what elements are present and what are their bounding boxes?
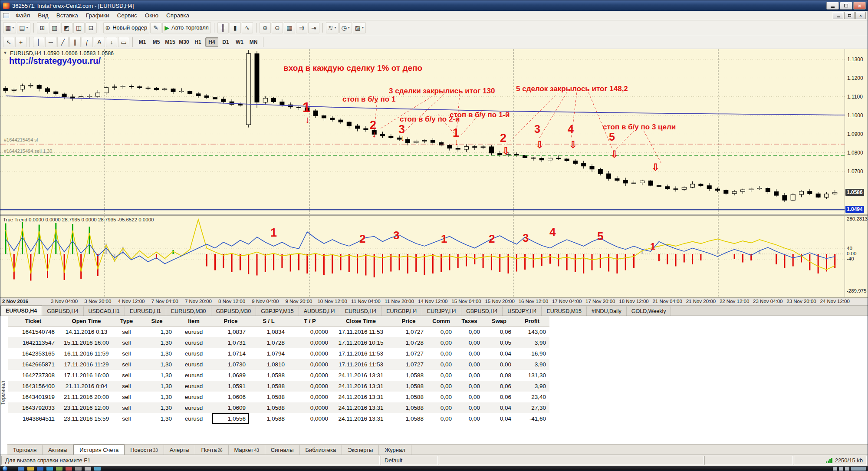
history-column-header[interactable]: Ticket xyxy=(8,316,58,326)
taskbar-app-icon[interactable] xyxy=(46,467,53,471)
history-row[interactable]: 164273730817.11.2016 16:00sell1,30eurusd… xyxy=(8,370,549,381)
indicator-pane[interactable]: True Trend 0.0000 0.0000 28.7935 0.0000 … xyxy=(0,216,868,297)
timeframe-M30[interactable]: M30 xyxy=(178,37,191,47)
taskbar-app-icon[interactable] xyxy=(27,467,34,471)
terminal-tab-Торговля[interactable]: Торговля xyxy=(7,445,43,455)
chart-tab-EURUSD-H1[interactable]: EURUSD,H1 xyxy=(125,306,166,316)
cursor-tool[interactable]: ↖ xyxy=(3,37,14,47)
candles-mode-button[interactable]: ▮ xyxy=(230,22,241,33)
timeframe-W1[interactable]: W1 xyxy=(233,37,246,47)
terminal-button[interactable]: ◫ xyxy=(73,22,85,33)
history-column-header[interactable]: Close Time xyxy=(332,316,390,326)
history-row[interactable]: 164386451123.11.2016 15:59sell1,30eurusd… xyxy=(8,413,549,424)
timeframe-H1[interactable]: H1 xyxy=(191,37,204,47)
strategy-tester-button[interactable]: ⊟ xyxy=(85,22,97,33)
taskbar-app-icon[interactable] xyxy=(85,467,91,471)
history-column-header[interactable]: Comm xyxy=(427,316,455,326)
history-column-header[interactable]: Swap xyxy=(483,316,515,326)
chart-tab-EURUSD-M30[interactable]: EURUSD,M30 xyxy=(166,306,211,316)
chart-tab-EURJPY-H4[interactable]: EURJPY,H4 xyxy=(422,306,461,316)
history-row[interactable]: 164154074614.11.2016 0:13sell1,30eurusd1… xyxy=(8,326,549,337)
terminal-tab-Новости[interactable]: Новости33 xyxy=(125,445,164,455)
taskbar-app-icon[interactable] xyxy=(18,467,24,471)
zoom-out-button[interactable]: ⊖ xyxy=(272,22,283,33)
chart-tab-GBPUSD-H4[interactable]: GBPUSD,H4 xyxy=(42,306,83,316)
taskbar-app-icon[interactable] xyxy=(66,467,72,471)
chart-tab-EURUSD-H4[interactable]: EURUSD,H4 xyxy=(0,306,42,316)
taskbar-app-icon[interactable] xyxy=(56,467,62,471)
bars-mode-button[interactable]: ╫ xyxy=(217,22,229,33)
terminal-side-tab[interactable]: Терминал xyxy=(0,378,6,408)
history-row[interactable]: 164379203323.11.2016 12:00sell1,30eurusd… xyxy=(8,402,549,413)
terminal-tab-Библиотека[interactable]: Библиотека xyxy=(300,445,342,455)
menu-item-Графики[interactable]: Графики xyxy=(82,11,113,20)
one-click-trading-arrow[interactable]: ▼ xyxy=(3,50,7,55)
chart-tab-GBPJPY-M15[interactable]: GBPJPY,M15 xyxy=(256,306,299,316)
menu-item-Справка[interactable]: Справка xyxy=(162,11,193,20)
grid-button[interactable]: ▦ xyxy=(284,22,295,33)
history-column-header[interactable]: Size xyxy=(138,316,175,326)
terminal-tab-Активы[interactable]: Активы xyxy=(43,445,73,455)
timeframe-M5[interactable]: M5 xyxy=(150,37,163,47)
mdi-restore-button[interactable] xyxy=(844,12,855,19)
timeframe-MN[interactable]: MN xyxy=(247,37,260,47)
chart-tab-#INDU-Daily[interactable]: #INDU,Daily xyxy=(587,306,627,316)
tray-icon[interactable] xyxy=(839,467,843,471)
zoom-in-button[interactable]: ⊕ xyxy=(260,22,271,33)
arrows-tool[interactable]: ↓ xyxy=(106,37,117,47)
start-button[interactable] xyxy=(3,466,7,471)
terminal-tab-Журнал[interactable]: Журнал xyxy=(379,445,411,455)
chart-tab-USDCAD-H1[interactable]: USDCAD,H1 xyxy=(84,306,125,316)
crosshair-tool[interactable]: + xyxy=(15,37,26,47)
terminal-tab-Маркет[interactable]: Маркет43 xyxy=(229,445,265,455)
close-button[interactable]: × xyxy=(853,2,866,10)
chart-tab-EURUSD-H4[interactable]: EURUSD,H4 xyxy=(340,306,381,316)
chart-tab-GBPUSD-H4[interactable]: GBPUSD,H4 xyxy=(461,306,503,316)
history-row[interactable]: 164266587117.11.2016 11:29sell1,30eurusd… xyxy=(8,359,549,370)
profiles-button[interactable]: ▤▾ xyxy=(17,22,30,33)
metaeditor-button[interactable]: ✎ xyxy=(150,22,161,33)
history-row[interactable]: 164340191921.11.2016 20:00sell1,30eurusd… xyxy=(8,392,549,402)
tray-icon[interactable] xyxy=(845,467,849,471)
history-row[interactable]: 164315640021.11.2016 0:04sell1,30eurusd1… xyxy=(8,381,549,392)
chart-tab-GBPUSD-M30[interactable]: GBPUSD,M30 xyxy=(211,306,256,316)
mdi-close-button[interactable]: × xyxy=(855,12,866,19)
terminal-tab-Алерты[interactable]: Алерты xyxy=(164,445,196,455)
menu-item-Сервис[interactable]: Сервис xyxy=(113,11,141,20)
autotrading-button[interactable]: ▶Авто-торговля xyxy=(162,22,211,33)
history-column-header[interactable]: Profit xyxy=(515,316,549,326)
timeframe-M1[interactable]: M1 xyxy=(136,37,149,47)
chart-tab-GOLD-Weekly[interactable]: GOLD,Weekly xyxy=(627,306,671,316)
terminal-tab-Почта[interactable]: Почта26 xyxy=(195,445,228,455)
navigator-button[interactable]: ◩ xyxy=(61,22,72,33)
menu-item-Файл[interactable]: Файл xyxy=(12,11,34,20)
menu-item-Вид[interactable]: Вид xyxy=(34,11,52,20)
history-column-header[interactable]: Item xyxy=(175,316,212,326)
history-column-header[interactable]: Price xyxy=(390,316,427,326)
taskbar-app-icon[interactable] xyxy=(37,467,43,471)
status-profile[interactable]: Default xyxy=(381,456,438,465)
autoscroll-button[interactable]: ⇉ xyxy=(296,22,307,33)
line-mode-button[interactable]: ∿ xyxy=(242,22,253,33)
taskbar-app-icon[interactable] xyxy=(94,467,101,471)
hline-tool[interactable]: ─ xyxy=(45,37,56,47)
history-column-header[interactable]: Price xyxy=(212,316,249,326)
channel-tool[interactable]: ∥ xyxy=(69,37,81,47)
trendline-tool[interactable]: ╱ xyxy=(57,37,69,47)
periods-button[interactable]: ◷▾ xyxy=(339,22,352,33)
market-watch-button[interactable]: ⊞ xyxy=(37,22,48,33)
timeframe-H4[interactable]: H4 xyxy=(205,37,218,47)
fibo-tool[interactable]: ƒ xyxy=(82,37,93,47)
history-column-header[interactable]: Open Time xyxy=(58,316,115,326)
chart-tab-EURUSD-M15[interactable]: EURUSD,M15 xyxy=(542,306,587,316)
menu-item-Вставка[interactable]: Вставка xyxy=(53,11,82,20)
timeframe-D1[interactable]: D1 xyxy=(219,37,232,47)
vline-tool[interactable]: │ xyxy=(33,37,44,47)
main-chart-pane[interactable]: вход в каждую сделку 1% от депо3 сделки … xyxy=(0,49,868,214)
terminal-tab-Эксперты[interactable]: Эксперты xyxy=(342,445,379,455)
indicators-button[interactable]: ≋▾ xyxy=(326,22,339,33)
mdi-minimize-button[interactable] xyxy=(833,12,843,19)
shapes-tool[interactable]: ▭ xyxy=(118,37,129,47)
tray-icon[interactable] xyxy=(833,467,837,471)
history-column-header[interactable]: S / L xyxy=(249,316,288,326)
